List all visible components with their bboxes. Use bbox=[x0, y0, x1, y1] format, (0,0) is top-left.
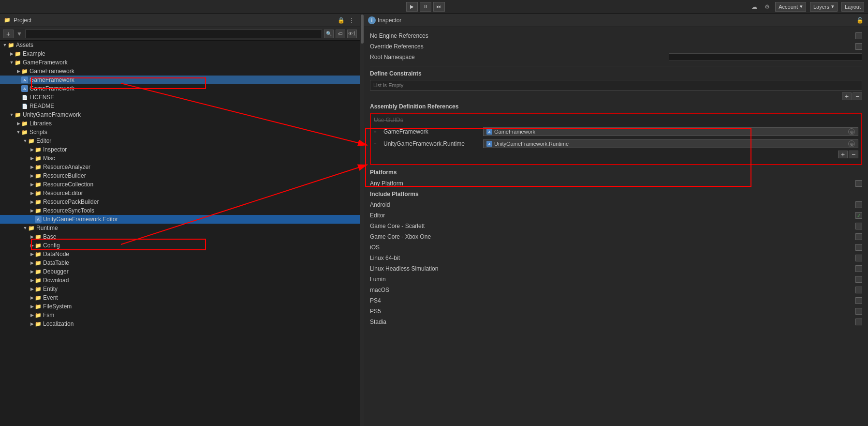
tree-arrow-gameframework-asm[interactable] bbox=[15, 77, 21, 83]
ref2-circle-btn[interactable]: ◎ bbox=[848, 140, 855, 147]
tree-arrow-readme[interactable] bbox=[15, 103, 21, 109]
tree-arrow-event[interactable]: ▶ bbox=[29, 295, 35, 301]
platform-checkbox-10[interactable] bbox=[855, 308, 862, 315]
tree-item-example[interactable]: ▶📁Example bbox=[0, 49, 360, 58]
platform-checkbox-3[interactable] bbox=[855, 233, 862, 240]
layout-dropdown[interactable]: Layout bbox=[841, 2, 864, 12]
tree-item-resourcebuilder[interactable]: ▶📁ResourceBuilder bbox=[0, 171, 360, 180]
tree-arrow-misc[interactable]: ▶ bbox=[29, 155, 35, 161]
tree-arrow-runtime[interactable]: ▼ bbox=[22, 225, 28, 231]
tree-item-unitygameframework-editor[interactable]: AUnityGameFramework.Editor bbox=[0, 215, 360, 224]
tree-arrow-base[interactable]: ▶ bbox=[29, 234, 35, 240]
collab-icon[interactable]: ☁ bbox=[750, 2, 759, 11]
tree-arrow-resourcebuilder[interactable]: ▶ bbox=[29, 173, 35, 179]
tree-arrow-resourcepackbuilder[interactable]: ▶ bbox=[29, 199, 35, 205]
tree-item-resourceeditor[interactable]: ▶📁ResourceEditor bbox=[0, 189, 360, 198]
tree-item-license[interactable]: 📄LICENSE bbox=[0, 93, 360, 102]
tree-item-readme[interactable]: 📄README bbox=[0, 102, 360, 110]
define-add-btn[interactable]: + bbox=[842, 92, 852, 100]
tree-arrow-config[interactable]: ▶ bbox=[29, 243, 35, 248]
tree-item-assets[interactable]: ▼📁Assets bbox=[0, 41, 360, 49]
tree-arrow-filesystem[interactable]: ▶ bbox=[29, 304, 35, 309]
platform-checkbox-9[interactable] bbox=[855, 297, 862, 304]
tree-item-debugger[interactable]: ▶📁Debugger bbox=[0, 267, 360, 276]
root-namespace-input[interactable] bbox=[669, 53, 862, 61]
platform-checkbox-5[interactable] bbox=[855, 255, 862, 261]
override-refs-checkbox[interactable] bbox=[855, 43, 862, 50]
tree-arrow-gameframework-asm2[interactable] bbox=[15, 86, 21, 91]
tree-item-gameframework-asm2[interactable]: AGameFramework bbox=[0, 84, 360, 93]
ref1-field[interactable]: A GameFramework ◎ bbox=[483, 127, 858, 136]
tree-item-unitygameframework[interactable]: ▼📁UnityGameFramework bbox=[0, 110, 360, 119]
platform-checkbox-2[interactable] bbox=[855, 223, 862, 229]
tree-item-editor[interactable]: ▼📁Editor bbox=[0, 137, 360, 145]
ref1-circle-btn[interactable]: ◎ bbox=[848, 128, 855, 135]
tree-item-event[interactable]: ▶📁Event bbox=[0, 293, 360, 302]
tree-item-gameframework-asm[interactable]: AGameFramework bbox=[0, 76, 360, 84]
tree-item-datanode[interactable]: ▶📁DataNode bbox=[0, 250, 360, 259]
tree-arrow-debugger[interactable]: ▶ bbox=[29, 269, 35, 274]
tree-arrow-editor[interactable]: ▼ bbox=[22, 138, 28, 144]
tree-item-resourcepackbuilder[interactable]: ▶📁ResourcePackBuilder bbox=[0, 198, 360, 206]
tree-item-localization[interactable]: ▶📁Localization bbox=[0, 320, 360, 328]
platform-checkbox-4[interactable] bbox=[855, 244, 862, 251]
tree-item-datatable[interactable]: ▶📁DataTable bbox=[0, 259, 360, 267]
tree-arrow-scripts[interactable]: ▼ bbox=[15, 129, 21, 135]
tree-item-resourceanalyzer[interactable]: ▶📁ResourceAnalyzer bbox=[0, 163, 360, 171]
any-platform-checkbox[interactable] bbox=[855, 180, 862, 187]
tree-item-resourcecollection[interactable]: ▶📁ResourceCollection bbox=[0, 180, 360, 189]
tree-arrow-license[interactable] bbox=[15, 94, 21, 100]
lock-icon[interactable]: 🔒 bbox=[337, 16, 345, 25]
tree-item-download[interactable]: ▶📁Download bbox=[0, 276, 360, 285]
platform-checkbox-1[interactable]: ✓ bbox=[855, 212, 862, 219]
tree-item-fsm[interactable]: ▶📁Fsm bbox=[0, 311, 360, 320]
tree-item-gameframework-sub[interactable]: ▶📁GameFramework bbox=[0, 67, 360, 76]
tree-item-config[interactable]: ▶📁Config bbox=[0, 241, 360, 250]
platform-checkbox-11[interactable] bbox=[855, 319, 862, 325]
tree-arrow-inspector-folder[interactable]: ▶ bbox=[29, 147, 35, 152]
platform-checkbox-0[interactable] bbox=[855, 201, 862, 208]
add-button[interactable]: + bbox=[3, 30, 14, 38]
tree-arrow-gameframework-sub[interactable]: ▶ bbox=[15, 68, 21, 74]
tree-arrow-gameframework-root[interactable]: ▼ bbox=[9, 60, 15, 65]
no-engine-refs-checkbox[interactable] bbox=[855, 32, 862, 39]
inspector-lock-icon[interactable]: 🔓 bbox=[855, 16, 864, 25]
layers-dropdown[interactable]: Layers▾ bbox=[810, 2, 838, 12]
tree-arrow-resourcesynctools[interactable]: ▶ bbox=[29, 208, 35, 213]
tree-item-entity[interactable]: ▶📁Entity bbox=[0, 285, 360, 293]
step-button[interactable]: ⏭ bbox=[433, 2, 445, 12]
tree-arrow-resourcecollection[interactable]: ▶ bbox=[29, 182, 35, 187]
tree-item-base[interactable]: ▶📁Base bbox=[0, 232, 360, 241]
tree-item-runtime[interactable]: ▼📁Runtime bbox=[0, 224, 360, 232]
tree-item-resourcesynctools[interactable]: ▶📁ResourceSyncTools bbox=[0, 206, 360, 215]
tree-item-libraries[interactable]: ▶📁Libraries bbox=[0, 119, 360, 128]
tree-item-scripts[interactable]: ▼📁Scripts bbox=[0, 128, 360, 137]
ref-add-btn[interactable]: + bbox=[838, 151, 848, 158]
tree-item-misc[interactable]: ▶📁Misc bbox=[0, 154, 360, 163]
platform-checkbox-7[interactable] bbox=[855, 276, 862, 283]
define-remove-btn[interactable]: − bbox=[853, 92, 862, 100]
settings-icon[interactable]: ⚙ bbox=[763, 2, 771, 11]
tree-arrow-assets[interactable]: ▼ bbox=[2, 42, 8, 48]
tree-item-inspector-folder[interactable]: ▶📁Inspector bbox=[0, 145, 360, 154]
tree-arrow-unitygameframework-editor[interactable] bbox=[29, 216, 35, 222]
tree-arrow-libraries[interactable]: ▶ bbox=[15, 121, 21, 126]
left-scrollbar-thumb[interactable] bbox=[361, 15, 364, 44]
account-dropdown[interactable]: Account▾ bbox=[775, 2, 806, 12]
tree-item-filesystem[interactable]: ▶📁FileSystem bbox=[0, 302, 360, 311]
tree-arrow-localization[interactable]: ▶ bbox=[29, 321, 35, 327]
tree-arrow-entity[interactable]: ▶ bbox=[29, 286, 35, 292]
platform-checkbox-6[interactable] bbox=[855, 265, 862, 272]
ref-remove-btn[interactable]: − bbox=[849, 151, 858, 158]
eye-icon[interactable]: 👁1 bbox=[347, 30, 357, 38]
ref2-field[interactable]: A UnityGameFramework.Runtime ◎ bbox=[483, 139, 858, 148]
tree-arrow-fsm[interactable]: ▶ bbox=[29, 312, 35, 318]
tree-arrow-example[interactable]: ▶ bbox=[9, 51, 15, 57]
tree-arrow-resourceeditor[interactable]: ▶ bbox=[29, 190, 35, 196]
tree-item-gameframework-root[interactable]: ▼📁GameFramework bbox=[0, 58, 360, 67]
search-icon[interactable]: 🔍 bbox=[324, 30, 334, 38]
left-scrollbar[interactable] bbox=[360, 14, 364, 426]
tree-arrow-download[interactable]: ▶ bbox=[29, 277, 35, 283]
tree-arrow-datanode[interactable]: ▶ bbox=[29, 251, 35, 257]
tree-arrow-unitygameframework[interactable]: ▼ bbox=[9, 112, 15, 118]
